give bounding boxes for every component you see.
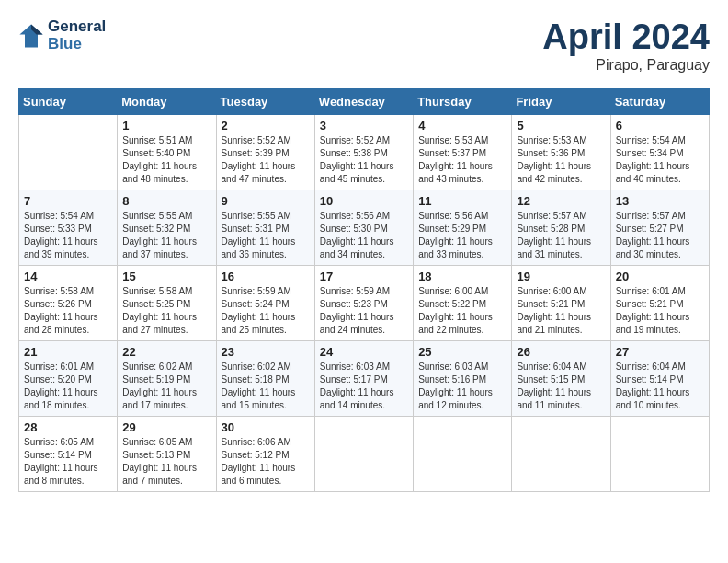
calendar-cell: 5Sunrise: 5:53 AMSunset: 5:36 PMDaylight…	[512, 114, 610, 190]
calendar-cell: 25Sunrise: 6:03 AMSunset: 5:16 PMDayligh…	[414, 340, 512, 416]
day-info: Sunrise: 6:01 AMSunset: 5:20 PMDaylight:…	[24, 361, 112, 412]
day-info: Sunrise: 6:03 AMSunset: 5:16 PMDaylight:…	[418, 361, 506, 412]
day-number: 30	[222, 420, 310, 434]
calendar-cell: 9Sunrise: 5:55 AMSunset: 5:31 PMDaylight…	[216, 190, 314, 265]
day-number: 18	[418, 270, 506, 283]
day-info: Sunrise: 5:53 AMSunset: 5:36 PMDaylight:…	[517, 134, 605, 186]
calendar-cell: 6Sunrise: 5:54 AMSunset: 5:34 PMDaylight…	[610, 114, 709, 190]
calendar-cell: 1Sunrise: 5:51 AMSunset: 5:40 PMDaylight…	[118, 114, 216, 190]
calendar-cell: 4Sunrise: 5:53 AMSunset: 5:37 PMDaylight…	[414, 114, 512, 190]
location-subtitle: Pirapo, Paraguay	[542, 57, 710, 74]
day-info: Sunrise: 5:54 AMSunset: 5:34 PMDaylight:…	[616, 134, 704, 186]
calendar-cell: 30Sunrise: 6:06 AMSunset: 5:12 PMDayligh…	[216, 416, 314, 491]
calendar-cell: 18Sunrise: 6:00 AMSunset: 5:22 PMDayligh…	[414, 265, 512, 340]
day-number: 5	[517, 119, 605, 132]
logo-icon	[18, 23, 44, 49]
col-header-saturday: Saturday	[610, 88, 709, 114]
day-info: Sunrise: 6:05 AMSunset: 5:13 PMDaylight:…	[122, 436, 210, 488]
calendar-cell: 24Sunrise: 6:03 AMSunset: 5:17 PMDayligh…	[314, 340, 413, 416]
calendar-cell: 29Sunrise: 6:05 AMSunset: 5:13 PMDayligh…	[118, 416, 216, 491]
day-info: Sunrise: 6:04 AMSunset: 5:14 PMDaylight:…	[616, 361, 704, 412]
day-number: 29	[122, 420, 210, 434]
day-info: Sunrise: 5:52 AMSunset: 5:39 PMDaylight:…	[222, 134, 310, 186]
calendar-cell	[414, 416, 512, 491]
day-info: Sunrise: 6:06 AMSunset: 5:12 PMDaylight:…	[222, 436, 310, 488]
day-info: Sunrise: 6:01 AMSunset: 5:21 PMDaylight:…	[616, 285, 704, 337]
calendar-cell: 19Sunrise: 6:00 AMSunset: 5:21 PMDayligh…	[512, 265, 610, 340]
calendar-header-row: SundayMondayTuesdayWednesdayThursdayFrid…	[19, 88, 710, 114]
day-info: Sunrise: 5:51 AMSunset: 5:40 PMDaylight:…	[122, 134, 210, 186]
calendar-cell: 17Sunrise: 5:59 AMSunset: 5:23 PMDayligh…	[314, 265, 413, 340]
day-number: 11	[418, 194, 506, 208]
day-info: Sunrise: 5:59 AMSunset: 5:24 PMDaylight:…	[222, 285, 310, 337]
calendar-cell	[610, 416, 709, 491]
day-number: 14	[24, 270, 112, 283]
day-number: 9	[222, 194, 310, 208]
day-info: Sunrise: 5:59 AMSunset: 5:23 PMDaylight:…	[320, 285, 408, 337]
calendar-cell	[314, 416, 413, 491]
calendar-cell: 15Sunrise: 5:58 AMSunset: 5:25 PMDayligh…	[118, 265, 216, 340]
day-number: 23	[222, 345, 310, 359]
calendar-cell: 23Sunrise: 6:02 AMSunset: 5:18 PMDayligh…	[216, 340, 314, 416]
day-info: Sunrise: 5:58 AMSunset: 5:26 PMDaylight:…	[24, 285, 112, 337]
title-block: April 2024 Pirapo, Paraguay	[542, 18, 710, 74]
calendar-cell: 27Sunrise: 6:04 AMSunset: 5:14 PMDayligh…	[610, 340, 709, 416]
col-header-monday: Monday	[118, 88, 216, 114]
calendar-cell: 26Sunrise: 6:04 AMSunset: 5:15 PMDayligh…	[512, 340, 610, 416]
col-header-thursday: Thursday	[414, 88, 512, 114]
day-info: Sunrise: 5:55 AMSunset: 5:31 PMDaylight:…	[222, 210, 310, 261]
day-number: 21	[24, 345, 112, 359]
day-number: 13	[616, 194, 704, 208]
col-header-tuesday: Tuesday	[216, 88, 314, 114]
col-header-wednesday: Wednesday	[314, 88, 413, 114]
day-number: 27	[616, 345, 704, 359]
calendar-week-5: 28Sunrise: 6:05 AMSunset: 5:14 PMDayligh…	[19, 416, 710, 491]
logo-line1: General	[48, 18, 106, 36]
calendar-week-1: 1Sunrise: 5:51 AMSunset: 5:40 PMDaylight…	[19, 114, 710, 190]
day-number: 15	[122, 270, 210, 283]
day-number: 22	[122, 345, 210, 359]
day-info: Sunrise: 5:58 AMSunset: 5:25 PMDaylight:…	[122, 285, 210, 337]
calendar-cell: 16Sunrise: 5:59 AMSunset: 5:24 PMDayligh…	[216, 265, 314, 340]
col-header-sunday: Sunday	[19, 88, 118, 114]
col-header-friday: Friday	[512, 88, 610, 114]
day-info: Sunrise: 6:02 AMSunset: 5:18 PMDaylight:…	[222, 361, 310, 412]
calendar-cell: 28Sunrise: 6:05 AMSunset: 5:14 PMDayligh…	[19, 416, 118, 491]
day-info: Sunrise: 5:56 AMSunset: 5:29 PMDaylight:…	[418, 210, 506, 261]
day-number: 26	[517, 345, 605, 359]
day-number: 6	[616, 119, 704, 132]
calendar-cell: 10Sunrise: 5:56 AMSunset: 5:30 PMDayligh…	[314, 190, 413, 265]
day-number: 25	[418, 345, 506, 359]
calendar-week-3: 14Sunrise: 5:58 AMSunset: 5:26 PMDayligh…	[19, 265, 710, 340]
logo: General Blue	[18, 18, 106, 52]
day-number: 1	[122, 119, 210, 132]
day-info: Sunrise: 6:04 AMSunset: 5:15 PMDaylight:…	[517, 361, 605, 412]
calendar-cell: 22Sunrise: 6:02 AMSunset: 5:19 PMDayligh…	[118, 340, 216, 416]
day-info: Sunrise: 5:52 AMSunset: 5:38 PMDaylight:…	[320, 134, 408, 186]
day-number: 7	[24, 194, 112, 208]
day-info: Sunrise: 6:05 AMSunset: 5:14 PMDaylight:…	[24, 436, 112, 488]
day-info: Sunrise: 6:00 AMSunset: 5:22 PMDaylight:…	[418, 285, 506, 337]
day-number: 16	[222, 270, 310, 283]
day-number: 10	[320, 194, 408, 208]
calendar-cell: 12Sunrise: 5:57 AMSunset: 5:28 PMDayligh…	[512, 190, 610, 265]
calendar-cell	[512, 416, 610, 491]
day-info: Sunrise: 6:02 AMSunset: 5:19 PMDaylight:…	[122, 361, 210, 412]
day-number: 2	[222, 119, 310, 132]
calendar-cell: 14Sunrise: 5:58 AMSunset: 5:26 PMDayligh…	[19, 265, 118, 340]
day-info: Sunrise: 6:03 AMSunset: 5:17 PMDaylight:…	[320, 361, 408, 412]
day-info: Sunrise: 6:00 AMSunset: 5:21 PMDaylight:…	[517, 285, 605, 337]
calendar-cell	[19, 114, 118, 190]
day-info: Sunrise: 5:53 AMSunset: 5:37 PMDaylight:…	[418, 134, 506, 186]
day-info: Sunrise: 5:56 AMSunset: 5:30 PMDaylight:…	[320, 210, 408, 261]
day-number: 17	[320, 270, 408, 283]
calendar-cell: 2Sunrise: 5:52 AMSunset: 5:39 PMDaylight…	[216, 114, 314, 190]
day-number: 24	[320, 345, 408, 359]
calendar-cell: 21Sunrise: 6:01 AMSunset: 5:20 PMDayligh…	[19, 340, 118, 416]
day-info: Sunrise: 5:57 AMSunset: 5:27 PMDaylight:…	[616, 210, 704, 261]
month-title: April 2024	[542, 18, 710, 57]
day-info: Sunrise: 5:57 AMSunset: 5:28 PMDaylight:…	[517, 210, 605, 261]
calendar-cell: 11Sunrise: 5:56 AMSunset: 5:29 PMDayligh…	[414, 190, 512, 265]
calendar-week-2: 7Sunrise: 5:54 AMSunset: 5:33 PMDaylight…	[19, 190, 710, 265]
calendar-cell: 7Sunrise: 5:54 AMSunset: 5:33 PMDaylight…	[19, 190, 118, 265]
